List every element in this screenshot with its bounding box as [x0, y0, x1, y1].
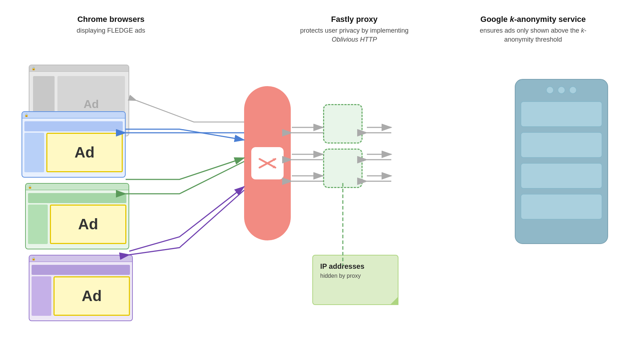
- gray-ad-label: Ad: [84, 98, 99, 111]
- relay-box-bottom: [323, 149, 363, 188]
- blue-ad-box: Ad: [46, 133, 123, 172]
- server-dot-3: [569, 86, 577, 94]
- browser-purple: 🔒 Ad: [29, 255, 133, 321]
- blue-content: Ad: [22, 120, 125, 177]
- purple-body: Ad: [32, 276, 130, 316]
- green-ad-label: Ad: [78, 216, 98, 233]
- diagram-container: Chrome browsers displaying FLEDGE ads Fa…: [0, 0, 644, 361]
- green-titlebar: 🔒: [26, 184, 129, 190]
- kanon-relay: [323, 104, 366, 193]
- server-row-4: [521, 194, 602, 220]
- header-col-fastly: Fastly proxy protects user privacy by im…: [297, 14, 412, 44]
- fastly-title: Fastly proxy: [297, 14, 412, 25]
- header-section: Chrome browsers displaying FLEDGE ads Fa…: [0, 14, 644, 44]
- server-dot-2: [557, 86, 565, 94]
- gray-lock-icon: 🔒: [32, 67, 36, 70]
- blue-body: Ad: [24, 133, 123, 172]
- green-header-bar: [28, 193, 126, 203]
- dashed-connector-svg: [337, 183, 348, 266]
- k-anonymity-server: [515, 79, 608, 244]
- blue-sidebar: [24, 133, 44, 172]
- purple-ad-box: Ad: [53, 276, 130, 316]
- chrome-subtitle: displaying FLEDGE ads: [53, 26, 168, 35]
- green-lock-icon: 🔒: [28, 185, 32, 189]
- gray-titlebar: 🔒: [29, 65, 129, 72]
- google-subtitle: ensures ads only shown above the k-anony…: [476, 26, 591, 44]
- browser-green: 🔒 Ad: [25, 183, 129, 249]
- green-body: Ad: [28, 205, 126, 244]
- purple-sidebar: [32, 276, 51, 316]
- browser-blue: 🔒 Ad: [22, 111, 126, 178]
- server-row-1: [521, 101, 602, 127]
- purple-header-bar: [32, 265, 130, 275]
- ip-title: IP addresses: [320, 262, 391, 271]
- google-title: Google k-anonymity service: [476, 14, 591, 25]
- blue-header-bar: [24, 121, 123, 131]
- fastly-proxy-pill: [244, 86, 291, 240]
- server-dot-1: [546, 86, 554, 94]
- proxy-icon-box: [251, 147, 284, 179]
- server-dots: [521, 86, 602, 94]
- header-col-google: Google k-anonymity service ensures ads o…: [476, 14, 591, 44]
- green-sidebar: [28, 205, 48, 244]
- header-col-chrome: Chrome browsers displaying FLEDGE ads: [53, 14, 168, 35]
- server-row-2: [521, 132, 602, 158]
- shuffle-icon: [257, 153, 278, 174]
- server-row-3: [521, 163, 602, 189]
- blue-lock-icon: 🔒: [24, 113, 28, 117]
- purple-titlebar: 🔒: [29, 255, 132, 262]
- chrome-title: Chrome browsers: [53, 14, 168, 25]
- ip-addresses-box: IP addresses hidden by proxy: [312, 255, 398, 305]
- purple-content: Ad: [29, 263, 132, 320]
- relay-box-top: [323, 104, 363, 144]
- purple-lock-icon: 🔒: [32, 257, 36, 261]
- purple-ad-label: Ad: [82, 287, 102, 305]
- green-ad-box: Ad: [50, 205, 126, 244]
- green-content: Ad: [26, 192, 129, 249]
- blue-ad-label: Ad: [75, 144, 95, 161]
- fastly-subtitle: protects user privacy by implementing Ob…: [297, 26, 412, 44]
- blue-titlebar: 🔒: [22, 112, 125, 118]
- ip-subtitle: hidden by proxy: [320, 273, 391, 279]
